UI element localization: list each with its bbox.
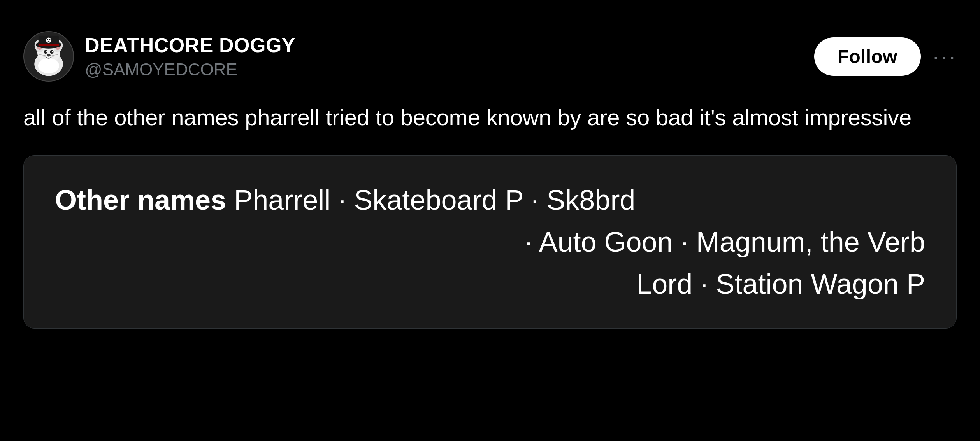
svg-point-21	[47, 54, 51, 57]
svg-rect-10	[39, 44, 59, 46]
bold-label: Other names	[55, 184, 226, 215]
tweet-header-left: DEATHCORE DOGGY @SAMOYEDCORE	[23, 31, 295, 82]
other-names-line-2: · Auto Goon · Magnum, the Verb	[55, 221, 925, 263]
other-names-line1-text: Pharrell · Skateboard P · Sk8brd	[226, 184, 635, 215]
svg-point-13	[49, 39, 50, 40]
svg-point-3	[38, 58, 59, 74]
embedded-image: Other names Pharrell · Skateboard P · Sk…	[23, 155, 957, 329]
svg-point-19	[46, 51, 47, 52]
other-names-line-1: Other names Pharrell · Skateboard P · Sk…	[55, 179, 925, 221]
more-options-button[interactable]: ···	[933, 44, 957, 69]
svg-point-17	[44, 50, 47, 54]
svg-line-14	[48, 41, 48, 42]
avatar[interactable]	[23, 31, 74, 82]
tweet-text: all of the other names pharrell tried to…	[23, 101, 957, 134]
username[interactable]: @SAMOYEDCORE	[85, 60, 295, 79]
follow-button[interactable]: Follow	[814, 37, 921, 76]
header-right: Follow ···	[814, 37, 957, 76]
svg-point-11	[46, 38, 51, 43]
svg-point-18	[50, 50, 54, 54]
svg-line-16	[49, 41, 49, 42]
svg-point-12	[47, 39, 48, 40]
tweet-header: DEATHCORE DOGGY @SAMOYEDCORE Follow ···	[23, 31, 957, 82]
svg-point-20	[52, 51, 53, 52]
other-names-content: Other names Pharrell · Skateboard P · Sk…	[55, 179, 925, 305]
other-names-line-3: Lord · Station Wagon P	[55, 263, 925, 305]
tweet-card: DEATHCORE DOGGY @SAMOYEDCORE Follow ··· …	[23, 16, 957, 344]
display-name[interactable]: DEATHCORE DOGGY	[85, 33, 295, 57]
user-info: DEATHCORE DOGGY @SAMOYEDCORE	[85, 33, 295, 79]
